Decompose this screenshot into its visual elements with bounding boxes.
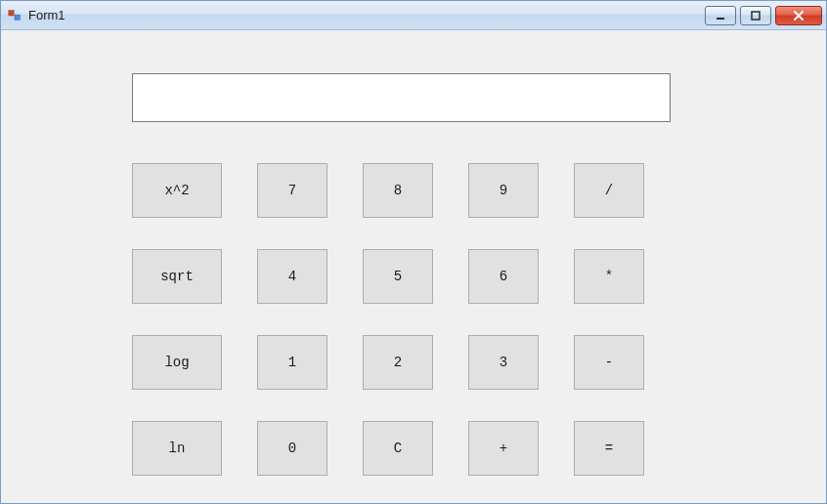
svg-rect-0: [9, 10, 14, 15]
divide-button[interactable]: /: [574, 163, 644, 218]
digit-9-button[interactable]: 9: [468, 163, 539, 218]
digit-1-button[interactable]: 1: [257, 335, 327, 390]
digit-4-button[interactable]: 4: [257, 249, 327, 304]
app-window: Form1 x^2 7 8: [0, 0, 827, 504]
close-button[interactable]: [775, 6, 822, 25]
calculator-display[interactable]: [132, 73, 671, 122]
app-icon: [7, 8, 22, 23]
add-button[interactable]: +: [468, 421, 539, 476]
window-title: Form1: [28, 8, 65, 22]
ln-button[interactable]: ln: [132, 421, 222, 476]
digit-0-button[interactable]: 0: [257, 421, 327, 476]
clear-button[interactable]: C: [363, 421, 433, 476]
equals-button[interactable]: =: [574, 421, 644, 476]
digit-7-button[interactable]: 7: [257, 163, 327, 218]
titlebar: Form1: [1, 1, 826, 30]
digit-5-button[interactable]: 5: [363, 249, 433, 304]
button-grid: x^2 7 8 9 / sqrt 4 5 6 * log 1 2 3 - ln …: [132, 163, 671, 476]
svg-rect-1: [15, 15, 20, 20]
sqrt-button[interactable]: sqrt: [132, 249, 222, 304]
digit-6-button[interactable]: 6: [468, 249, 539, 304]
digit-2-button[interactable]: 2: [363, 335, 433, 390]
log-button[interactable]: log: [132, 335, 222, 390]
titlebar-left: Form1: [7, 8, 65, 23]
window-controls: [705, 6, 826, 25]
digit-3-button[interactable]: 3: [468, 335, 539, 390]
subtract-button[interactable]: -: [574, 335, 644, 390]
client-area: x^2 7 8 9 / sqrt 4 5 6 * log 1 2 3 - ln …: [1, 30, 826, 503]
digit-8-button[interactable]: 8: [363, 163, 433, 218]
square-button[interactable]: x^2: [132, 163, 222, 218]
minimize-button[interactable]: [705, 6, 736, 25]
svg-rect-3: [752, 12, 760, 20]
multiply-button[interactable]: *: [574, 249, 644, 304]
maximize-button[interactable]: [740, 6, 771, 25]
svg-rect-2: [717, 18, 724, 20]
